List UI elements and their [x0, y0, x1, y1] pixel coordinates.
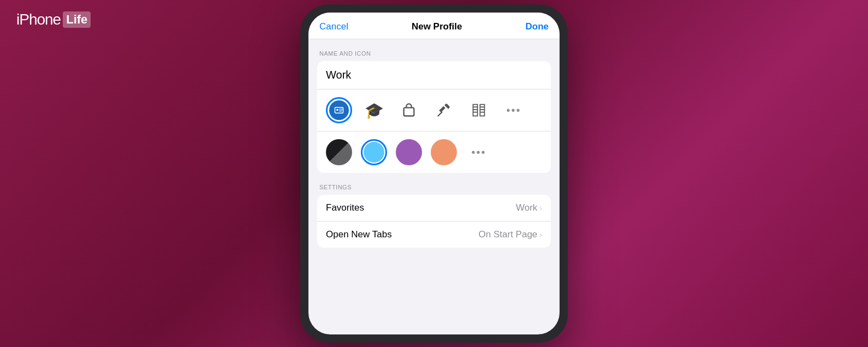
logo-iphone-text: iPhone	[16, 11, 61, 28]
dark-color-swatch	[326, 139, 352, 165]
profile-name-field[interactable]: Work	[317, 61, 551, 89]
icon-building[interactable]	[466, 97, 492, 123]
favorites-value: Work	[516, 202, 537, 213]
svg-rect-5	[404, 107, 414, 116]
svg-rect-6	[473, 105, 478, 116]
phone-screen: Cancel New Profile Done NAME AND ICON Wo…	[308, 13, 560, 334]
open-new-tabs-value-wrap: On Start Page ›	[479, 229, 542, 240]
name-icon-section-label: NAME AND ICON	[308, 50, 560, 61]
open-new-tabs-value: On Start Page	[479, 229, 538, 240]
colors-row: •••	[317, 131, 551, 173]
color-dark[interactable]	[326, 139, 352, 165]
building-icon	[471, 103, 486, 118]
svg-rect-7	[480, 105, 484, 116]
page-title: New Profile	[412, 21, 462, 32]
svg-point-1	[336, 109, 338, 111]
logo-life-text: Life	[63, 11, 91, 28]
modal-sheet: Cancel New Profile Done NAME AND ICON Wo…	[308, 13, 560, 334]
open-new-tabs-row[interactable]: Open New Tabs On Start Page ›	[317, 222, 551, 248]
icons-more-button[interactable]: •••	[501, 97, 527, 123]
header-bar: Cancel New Profile Done	[308, 13, 560, 39]
favorites-row[interactable]: Favorites Work ›	[317, 195, 551, 222]
icon-id-card-inner	[329, 100, 349, 120]
favorites-value-wrap: Work ›	[516, 202, 542, 213]
more-dots-icon: •••	[506, 104, 521, 117]
color-blue[interactable]	[361, 139, 387, 165]
settings-section-label: SETTINGS	[308, 184, 560, 195]
icon-id-card[interactable]	[326, 97, 352, 123]
brand-logo: iPhone Life	[16, 11, 91, 28]
blue-color-swatch	[364, 142, 384, 163]
name-icon-card: Work	[317, 61, 551, 173]
graduation-icon: 🎓	[365, 101, 384, 119]
favorites-label: Favorites	[326, 202, 364, 213]
color-purple[interactable]	[396, 139, 422, 165]
icon-bag[interactable]	[396, 97, 422, 123]
icon-graduation[interactable]: 🎓	[361, 97, 387, 123]
settings-card: Favorites Work › Open New Tabs On Start …	[317, 195, 551, 248]
hammer-icon	[436, 103, 451, 118]
color-orange[interactable]	[431, 139, 457, 165]
bag-icon	[401, 103, 417, 118]
content-area: NAME AND ICON Work	[308, 39, 560, 334]
open-new-tabs-label: Open New Tabs	[326, 229, 392, 240]
orange-color-swatch	[431, 139, 457, 165]
phone-frame: Cancel New Profile Done NAME AND ICON Wo…	[300, 4, 568, 343]
icon-hammer[interactable]	[431, 97, 457, 123]
color-more-dots-icon: •••	[471, 146, 486, 159]
colors-more-button[interactable]: •••	[466, 139, 492, 165]
favorites-chevron-icon: ›	[539, 204, 542, 212]
done-button[interactable]: Done	[525, 21, 549, 32]
open-new-tabs-chevron-icon: ›	[539, 230, 542, 239]
id-card-icon	[334, 105, 344, 115]
purple-color-swatch	[396, 139, 422, 165]
icons-row: 🎓	[317, 89, 551, 131]
cancel-button[interactable]: Cancel	[319, 21, 348, 32]
